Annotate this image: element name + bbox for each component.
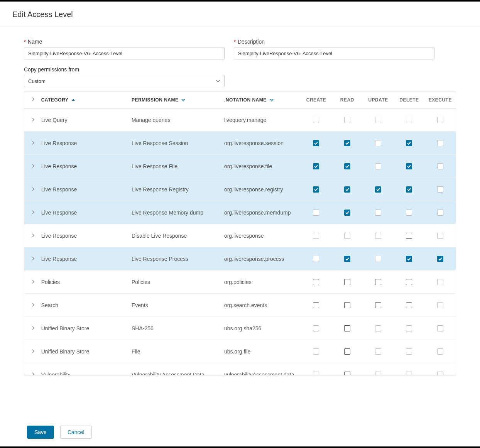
permission-checkbox[interactable] — [437, 163, 443, 169]
permission-checkbox[interactable] — [313, 325, 319, 331]
permission-checkbox[interactable] — [406, 325, 412, 331]
permission-checkbox[interactable] — [437, 140, 443, 146]
row-notation: livequery.manage — [221, 108, 301, 132]
permission-checkbox[interactable] — [406, 372, 412, 375]
permission-checkbox[interactable] — [406, 279, 412, 285]
row-expand[interactable] — [24, 132, 38, 155]
permission-checkbox[interactable] — [406, 210, 412, 216]
table-row: Unified Binary StoreFileubs.org.file — [24, 340, 456, 363]
category-header[interactable]: Category — [38, 91, 128, 108]
row-category: Live Query — [38, 108, 128, 132]
permission-checkbox[interactable] — [313, 210, 319, 216]
permission-checkbox[interactable] — [406, 233, 412, 239]
dialog-header: Edit Access Level — [0, 2, 480, 27]
permission-checkbox[interactable] — [406, 256, 412, 262]
permission-checkbox[interactable] — [313, 348, 319, 355]
row-expand[interactable] — [24, 155, 38, 178]
permission-checkbox[interactable] — [344, 348, 350, 355]
permission-checkbox[interactable] — [344, 302, 350, 308]
save-button[interactable]: Save — [27, 426, 54, 439]
dialog-footer: Save Cancel — [0, 426, 92, 446]
row-expand[interactable] — [24, 224, 38, 247]
row-expand[interactable] — [24, 178, 38, 201]
permission-checkbox[interactable] — [313, 256, 319, 262]
row-expand[interactable] — [24, 340, 38, 363]
description-input[interactable] — [234, 47, 434, 59]
permission-checkbox[interactable] — [406, 348, 412, 355]
row-permission: Disable Live Response — [128, 224, 221, 247]
permission-checkbox[interactable] — [437, 302, 443, 308]
copy-permissions-label: Copy permissions from — [24, 66, 456, 73]
permission-checkbox[interactable] — [437, 348, 443, 355]
permission-checkbox[interactable] — [406, 302, 412, 308]
row-expand[interactable] — [24, 294, 38, 317]
permission-checkbox[interactable] — [313, 140, 319, 146]
permission-checkbox[interactable] — [344, 117, 350, 123]
row-permission: Live Response Session — [128, 132, 221, 155]
sort-icon — [181, 98, 185, 102]
row-notation: vulnerabilityAssessment.data — [221, 363, 301, 375]
permission-checkbox[interactable] — [437, 210, 443, 216]
copy-permissions-select[interactable]: Custom — [24, 75, 225, 87]
row-permission: File — [128, 340, 221, 363]
permission-checkbox[interactable] — [313, 117, 319, 123]
permission-checkbox[interactable] — [437, 372, 443, 375]
permission-checkbox[interactable] — [375, 163, 381, 169]
row-notation: org.liveresponse — [221, 224, 301, 247]
row-permission: Vulnerability Assessment Data — [128, 363, 221, 375]
permission-checkbox[interactable] — [313, 302, 319, 308]
permission-checkbox[interactable] — [406, 140, 412, 146]
permission-checkbox[interactable] — [375, 233, 381, 239]
permission-checkbox[interactable] — [406, 186, 412, 193]
permission-checkbox[interactable] — [344, 372, 350, 375]
table-row: Live ResponseLive Response Registryorg.l… — [24, 178, 456, 201]
permission-checkbox[interactable] — [437, 233, 443, 239]
permission-checkbox[interactable] — [375, 186, 381, 193]
permission-checkbox[interactable] — [406, 117, 412, 123]
notation-header[interactable]: .Notation Name — [221, 91, 301, 108]
permission-checkbox[interactable] — [375, 256, 381, 262]
permission-checkbox[interactable] — [375, 279, 381, 285]
permission-checkbox[interactable] — [437, 186, 443, 193]
permission-checkbox[interactable] — [375, 348, 381, 355]
permission-checkbox[interactable] — [406, 163, 412, 169]
expand-all-header[interactable] — [24, 91, 38, 108]
permission-checkbox[interactable] — [344, 140, 350, 146]
permission-checkbox[interactable] — [375, 140, 381, 146]
row-expand[interactable] — [24, 317, 38, 340]
permission-checkbox[interactable] — [437, 325, 443, 331]
permission-checkbox[interactable] — [437, 117, 443, 123]
row-expand[interactable] — [24, 108, 38, 132]
permission-checkbox[interactable] — [437, 256, 443, 262]
permission-checkbox[interactable] — [344, 233, 350, 239]
execute-header: Execute — [425, 91, 456, 108]
permission-header[interactable]: Permission Name — [128, 91, 221, 108]
permission-checkbox[interactable] — [344, 163, 350, 169]
permission-checkbox[interactable] — [313, 163, 319, 169]
row-permission: Live Response Registry — [128, 178, 221, 201]
permission-checkbox[interactable] — [344, 325, 350, 331]
row-category: Policies — [38, 270, 128, 294]
permission-checkbox[interactable] — [313, 233, 319, 239]
row-expand[interactable] — [24, 247, 38, 270]
permission-checkbox[interactable] — [344, 256, 350, 262]
permission-checkbox[interactable] — [375, 325, 381, 331]
permission-checkbox[interactable] — [344, 186, 350, 193]
permission-checkbox[interactable] — [375, 210, 381, 216]
row-expand[interactable] — [24, 363, 38, 375]
row-expand[interactable] — [24, 270, 38, 294]
cancel-button[interactable]: Cancel — [60, 426, 92, 439]
permission-checkbox[interactable] — [375, 372, 381, 375]
permission-checkbox[interactable] — [313, 279, 319, 285]
permission-checkbox[interactable] — [313, 186, 319, 193]
chevron-right-icon — [31, 210, 35, 215]
permission-checkbox[interactable] — [375, 117, 381, 123]
permission-checkbox[interactable] — [313, 372, 319, 375]
permission-checkbox[interactable] — [437, 279, 443, 285]
permission-checkbox[interactable] — [344, 210, 350, 216]
delete-header: Delete — [394, 91, 424, 108]
name-input[interactable] — [24, 47, 225, 59]
permission-checkbox[interactable] — [344, 279, 350, 285]
row-expand[interactable] — [24, 201, 38, 224]
permission-checkbox[interactable] — [375, 302, 381, 308]
